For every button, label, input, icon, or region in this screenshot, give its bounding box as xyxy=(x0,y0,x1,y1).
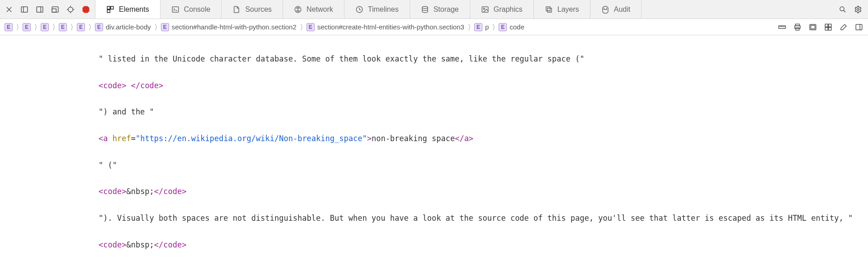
close-icon[interactable] xyxy=(5,5,14,14)
dom-code-node[interactable]: <code>&nbsp;</code> xyxy=(0,241,868,250)
svg-rect-2 xyxy=(21,7,28,12)
search-icon[interactable] xyxy=(838,5,847,14)
dock-bottom-icon[interactable] xyxy=(51,5,60,14)
chevron-right-icon: ⟩ xyxy=(71,23,73,31)
crumb-badge[interactable]: E xyxy=(23,23,31,31)
gear-icon[interactable] xyxy=(854,5,863,14)
stop-icon[interactable] xyxy=(81,5,90,14)
chevron-right-icon: ⟩ xyxy=(34,23,37,31)
print-icon[interactable] xyxy=(793,23,802,32)
svg-rect-41 xyxy=(825,24,828,27)
brush-icon[interactable] xyxy=(839,23,848,32)
crumb-section3[interactable]: section#create-html-entities-with-python… xyxy=(317,23,464,31)
svg-line-29 xyxy=(844,10,845,12)
svg-marker-13 xyxy=(83,6,90,13)
chevron-right-icon: ⟩ xyxy=(155,23,157,31)
tab-label: Elements xyxy=(119,5,149,14)
dom-text-node[interactable]: " (" xyxy=(0,161,868,170)
tab-sources[interactable]: Sources xyxy=(222,0,283,19)
dom-text-node[interactable]: "). Visually both spaces are not disting… xyxy=(0,214,868,223)
breadcrumb: E⟩ E⟩ E⟩ E⟩ E⟩ E div.article-body⟩ E sec… xyxy=(5,23,524,31)
panel-icon[interactable] xyxy=(808,23,817,32)
tab-layers[interactable]: Layers xyxy=(534,0,590,19)
devtools-tabs: Elements Console Sources Network Timelin… xyxy=(95,0,833,19)
tab-label: Network xyxy=(307,5,333,14)
tab-elements[interactable]: Elements xyxy=(95,0,160,19)
svg-rect-27 xyxy=(547,8,552,12)
svg-rect-7 xyxy=(52,9,56,12)
dom-text-node[interactable]: " listed in the Unicode character databa… xyxy=(0,55,868,64)
chevron-right-icon: ⟩ xyxy=(16,23,19,31)
svg-rect-45 xyxy=(856,24,862,30)
breadcrumb-bar: E⟩ E⟩ E⟩ E⟩ E⟩ E div.article-body⟩ E sec… xyxy=(0,19,868,35)
tab-label: Sources xyxy=(245,5,272,14)
dom-tree[interactable]: " listed in the Unicode character databa… xyxy=(0,35,868,266)
tab-label: Storage xyxy=(434,5,459,14)
tab-label: Layers xyxy=(557,5,579,14)
svg-rect-26 xyxy=(546,7,550,11)
crumb-section2[interactable]: section#handle-html-with-python.section2 xyxy=(172,23,297,31)
svg-rect-16 xyxy=(107,10,110,12)
tab-label: Audit xyxy=(614,5,630,14)
chevron-right-icon: ⟩ xyxy=(52,23,55,31)
crumb-badge[interactable]: E xyxy=(161,23,169,31)
svg-point-25 xyxy=(483,8,485,10)
svg-rect-6 xyxy=(52,7,58,12)
grid4-icon[interactable] xyxy=(824,23,833,32)
svg-rect-40 xyxy=(811,25,815,29)
dock-right-icon[interactable] xyxy=(35,5,44,14)
tab-label: Graphics xyxy=(494,5,523,14)
crumb-badge[interactable]: E xyxy=(474,23,482,31)
chevron-right-icon: ⟩ xyxy=(468,23,471,31)
breadcrumb-tools xyxy=(778,23,863,32)
crumb-code[interactable]: code xyxy=(509,23,524,31)
tab-graphics[interactable]: Graphics xyxy=(470,0,534,19)
tab-audit[interactable]: Audit xyxy=(590,0,642,19)
dock-left-icon[interactable] xyxy=(20,5,29,14)
crumb-badge[interactable]: E xyxy=(307,23,315,31)
svg-rect-15 xyxy=(111,6,113,9)
tab-storage[interactable]: Storage xyxy=(410,0,470,19)
sidebar-right-icon[interactable] xyxy=(854,23,863,32)
crumb-badge[interactable]: E xyxy=(499,23,507,31)
dom-text-node[interactable]: ") and the " xyxy=(0,108,868,117)
tabbar-left-tools xyxy=(0,0,95,19)
crumb-badge[interactable]: E xyxy=(95,23,103,31)
tab-label: Timelines xyxy=(368,5,399,14)
target-select-icon[interactable] xyxy=(66,5,75,14)
svg-point-23 xyxy=(422,6,428,9)
svg-point-8 xyxy=(68,7,73,12)
svg-rect-19 xyxy=(172,7,179,12)
svg-rect-44 xyxy=(829,27,831,30)
tab-network[interactable]: Network xyxy=(283,0,344,19)
chevron-right-icon: ⟩ xyxy=(300,23,303,31)
crumb-badge[interactable]: E xyxy=(5,23,13,31)
crumb-badge[interactable]: E xyxy=(59,23,67,31)
dom-anchor-node[interactable]: <a href="https://en.wikipedia.org/wiki/N… xyxy=(0,134,868,143)
svg-rect-14 xyxy=(107,6,110,9)
tab-timelines[interactable]: Timelines xyxy=(344,0,410,19)
crumb-p[interactable]: p xyxy=(485,23,489,31)
crumb-badge[interactable]: E xyxy=(41,23,49,31)
dom-code-node[interactable]: <code> </code> xyxy=(0,81,868,90)
chevron-right-icon: ⟩ xyxy=(89,23,91,31)
dom-code-node[interactable]: <code>&nbsp;</code> xyxy=(0,187,868,196)
chevron-right-icon: ⟩ xyxy=(492,23,495,31)
devtools-tabbar: Elements Console Sources Network Timelin… xyxy=(0,0,868,19)
svg-rect-4 xyxy=(37,7,43,12)
tab-label: Console xyxy=(184,5,211,14)
svg-point-30 xyxy=(857,8,859,10)
crumb-badge[interactable]: E xyxy=(77,23,85,31)
tabbar-right-tools xyxy=(833,0,868,19)
tab-console[interactable]: Console xyxy=(160,0,222,19)
svg-rect-42 xyxy=(829,24,831,27)
svg-rect-43 xyxy=(825,27,828,30)
ruler-icon[interactable] xyxy=(778,23,787,32)
svg-point-28 xyxy=(840,7,844,11)
crumb-article-body[interactable]: div.article-body xyxy=(106,23,151,31)
